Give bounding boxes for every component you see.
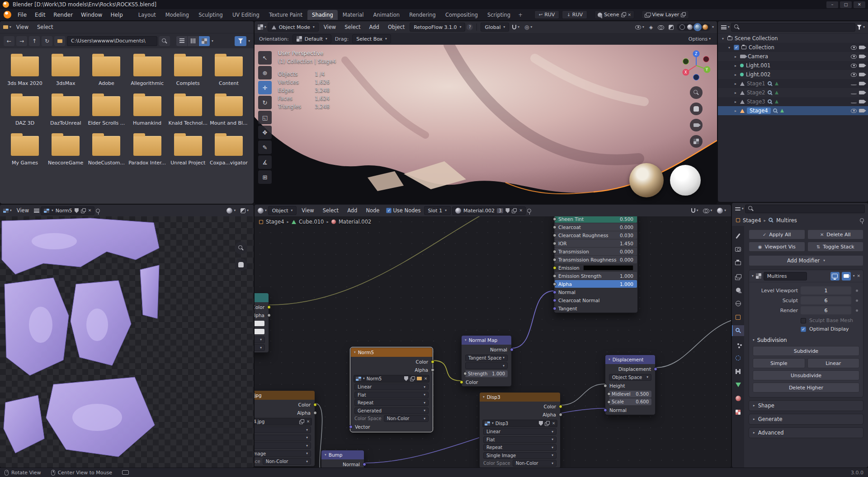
select-linear[interactable]: Linear▾: [255, 426, 311, 433]
color-output-socket[interactable]: Color: [351, 358, 432, 365]
gray-socket-icon[interactable]: [553, 282, 557, 286]
image-datablock-field[interactable]: ▾Norm5✕: [354, 375, 429, 383]
delete-scene-icon[interactable]: ✕: [628, 13, 632, 17]
select-single-image[interactable]: Single Image▾: [483, 452, 557, 459]
drag-dropdown[interactable]: Select Box▾: [352, 34, 391, 43]
outliner-row-scene-collection[interactable]: ▾Scene Collection: [718, 34, 868, 43]
filter-caret-icon[interactable]: ▾: [863, 25, 865, 29]
collection-checkbox[interactable]: ✓: [734, 45, 739, 50]
pan-button[interactable]: [690, 103, 703, 115]
color-output-socket[interactable]: Color: [255, 303, 269, 311]
help-icon[interactable]: ?: [467, 24, 473, 30]
properties-tab-output[interactable]: [732, 257, 744, 268]
gray-socket-icon[interactable]: [553, 250, 557, 253]
button-unsubdivide[interactable]: Unsubdivide: [753, 370, 859, 380]
bump-node[interactable]: ▾Bump Normal: [321, 450, 364, 468]
vector-socket-icon[interactable]: [604, 408, 607, 412]
properties-tab-scene[interactable]: [732, 285, 744, 295]
colorspace-select[interactable]: Non-Color▾: [384, 415, 429, 422]
expand-caret-icon[interactable]: ▸: [733, 109, 738, 113]
properties-tab-texture[interactable]: [732, 407, 744, 417]
refresh-button[interactable]: ↻: [42, 36, 52, 46]
select-linear[interactable]: Linear▾: [483, 428, 557, 435]
unlink-icon[interactable]: ✕: [424, 376, 427, 381]
menu-file[interactable]: File: [14, 10, 30, 19]
eye-icon[interactable]: [851, 64, 857, 68]
color-socket-icon[interactable]: [431, 360, 434, 364]
number-field-render[interactable]: 6: [801, 306, 851, 314]
open-image-icon[interactable]: [417, 377, 422, 380]
display-list-vertical-button[interactable]: [176, 36, 187, 46]
shading-wireframe-button[interactable]: [679, 24, 685, 30]
alpha-output-socket[interactable]: Alpha: [255, 409, 315, 416]
file-browser-editor-icon[interactable]: [3, 25, 8, 29]
viewport-menu-select[interactable]: Select: [341, 23, 364, 32]
value-socket-icon[interactable]: [604, 384, 607, 388]
properties-tab-world[interactable]: [732, 298, 744, 309]
shading-material-button[interactable]: [695, 24, 700, 30]
bsdf-row-transmission[interactable]: Transmission0.000: [555, 248, 637, 255]
image-menu-icon[interactable]: [34, 209, 39, 213]
show-in-render-toggle[interactable]: [842, 272, 851, 281]
color-output-socket[interactable]: Color: [255, 401, 315, 408]
panel-shape[interactable]: ▸Shape: [749, 400, 863, 411]
tool-annotate-button[interactable]: ✎: [258, 140, 272, 154]
select-generated[interactable]: Generated▾: [354, 407, 429, 414]
minimize-button[interactable]: –: [826, 1, 838, 8]
value-socket-icon[interactable]: [607, 400, 611, 404]
normal-map-node[interactable]: ▾Normal Map Normal Tangent Space▾ ▾ Stre…: [461, 335, 512, 387]
properties-tab-render[interactable]: [732, 244, 744, 255]
viewport-editor-icon[interactable]: [258, 24, 263, 30]
displacement-output-socket[interactable]: Displacement: [605, 365, 655, 373]
expand-caret-icon[interactable]: ▾: [721, 37, 725, 41]
gray-socket-icon[interactable]: [553, 258, 557, 262]
copy-image-icon[interactable]: [81, 208, 86, 213]
eye-icon[interactable]: [851, 55, 857, 59]
overlays-dropdown[interactable]: ▾: [701, 207, 714, 214]
breadcrumb-object[interactable]: Stage4: [266, 219, 284, 225]
workspace-tab-compositing[interactable]: Compositing: [441, 10, 482, 20]
menu-window[interactable]: Window: [77, 10, 106, 19]
tool-transform-button[interactable]: ✥: [258, 126, 272, 139]
display-settings-caret-icon[interactable]: ▾: [212, 39, 213, 43]
properties-tab-material[interactable]: [732, 393, 744, 404]
unlink-image-icon[interactable]: ✕: [88, 208, 92, 213]
expand-caret-icon[interactable]: ▸: [733, 91, 738, 95]
workspace-tab-rendering[interactable]: Rendering: [405, 10, 440, 20]
gray-socket-icon[interactable]: [553, 242, 557, 245]
norm5-node-header[interactable]: ▾Norm5: [351, 348, 432, 357]
image-menu-view[interactable]: View: [13, 206, 33, 215]
panel-generate[interactable]: ▸Generate: [749, 414, 863, 425]
displacement-node[interactable]: ▾Displacement Displacement Object Space▾…: [605, 355, 656, 415]
folder-item-content[interactable]: Content: [208, 56, 249, 86]
image-texture-node-norm5[interactable]: ▾Norm5 Color Alpha ▾Norm5✕ Linear▾Flat▾R…: [350, 347, 433, 432]
vector-socket-icon[interactable]: [510, 348, 514, 351]
expand-caret-icon[interactable]: ▸: [733, 64, 738, 68]
file-browser-menu-view[interactable]: View: [13, 23, 32, 32]
dropdown[interactable]: ▾: [255, 337, 265, 343]
folder-item-nodecustom[interactable]: NodeCustom...: [86, 136, 127, 166]
button-viewport-vis[interactable]: Viewport Vis: [749, 242, 805, 252]
color-input-socket[interactable]: Color: [462, 378, 511, 386]
snap-toggle[interactable]: ▾: [689, 207, 700, 214]
folder-item-elder-scrolls[interactable]: Elder Scrolls ...: [86, 96, 127, 126]
bsdf-row-ior[interactable]: IOR1.450: [555, 239, 637, 247]
render-visibility-icon[interactable]: [859, 73, 864, 76]
image-options-dropdown[interactable]: ▾: [239, 207, 250, 214]
bsdf-row-transmission-roughness[interactable]: Transmission Roughness0.000: [555, 256, 637, 263]
bsdf-row-sheen-tint[interactable]: Sheen Tint0.500: [555, 216, 637, 223]
delete-modifier-icon[interactable]: ✕: [857, 274, 860, 278]
subdivision-section-header[interactable]: ▾Subdivision: [749, 333, 863, 345]
shader-menu-view[interactable]: View: [298, 206, 317, 215]
number-field-level-viewport[interactable]: 1: [801, 286, 851, 295]
properties-tab-object[interactable]: [732, 312, 744, 323]
folder-item-3dsmax[interactable]: 3dsMax: [45, 56, 86, 86]
color-socket-icon[interactable]: [267, 305, 271, 309]
gizmo-toggle[interactable]: ◈: [647, 23, 655, 31]
color-socket-icon[interactable]: [313, 403, 317, 407]
tool-cursor-button[interactable]: ⊕: [258, 66, 272, 80]
folder-item-3ds-max-2020[interactable]: 3ds Max 2020: [5, 56, 45, 86]
new-scene-icon[interactable]: [621, 12, 626, 17]
space-select[interactable]: Tangent Space▾: [465, 355, 508, 361]
alpha-output-socket[interactable]: Alpha: [255, 311, 269, 319]
